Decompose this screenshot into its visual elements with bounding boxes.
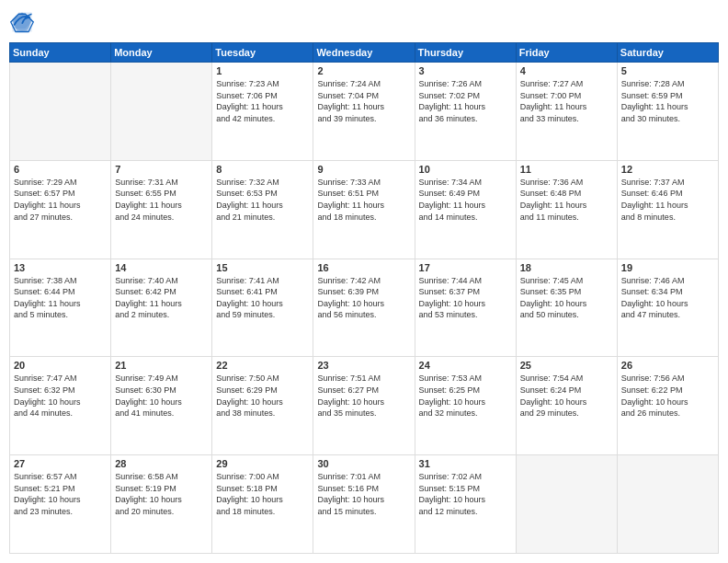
day-cell: 10Sunrise: 7:34 AM Sunset: 6:49 PM Dayli… xyxy=(415,160,516,259)
day-info: Sunrise: 7:42 AM Sunset: 6:39 PM Dayligh… xyxy=(317,275,410,321)
day-number: 20 xyxy=(14,360,107,371)
day-cell: 5Sunrise: 7:28 AM Sunset: 6:59 PM Daylig… xyxy=(617,63,718,161)
day-number: 17 xyxy=(419,262,512,273)
day-info: Sunrise: 7:38 AM Sunset: 6:44 PM Dayligh… xyxy=(14,275,107,321)
day-number: 12 xyxy=(621,164,714,175)
day-cell: 8Sunrise: 7:32 AM Sunset: 6:53 PM Daylig… xyxy=(212,160,313,259)
day-cell: 20Sunrise: 7:47 AM Sunset: 6:32 PM Dayli… xyxy=(10,357,111,455)
day-info: Sunrise: 7:56 AM Sunset: 6:22 PM Dayligh… xyxy=(621,373,714,419)
day-cell: 6Sunrise: 7:29 AM Sunset: 6:57 PM Daylig… xyxy=(10,160,111,259)
day-info: Sunrise: 7:29 AM Sunset: 6:57 PM Dayligh… xyxy=(14,177,107,223)
day-number: 31 xyxy=(419,458,512,469)
day-number: 22 xyxy=(216,360,309,371)
day-info: Sunrise: 7:27 AM Sunset: 7:00 PM Dayligh… xyxy=(520,78,613,124)
day-number: 21 xyxy=(115,360,208,371)
day-info: Sunrise: 6:57 AM Sunset: 5:21 PM Dayligh… xyxy=(14,471,107,517)
day-cell: 11Sunrise: 7:36 AM Sunset: 6:48 PM Dayli… xyxy=(516,160,617,259)
day-cell: 12Sunrise: 7:37 AM Sunset: 6:46 PM Dayli… xyxy=(617,160,718,259)
day-cell: 14Sunrise: 7:40 AM Sunset: 6:42 PM Dayli… xyxy=(111,259,212,357)
day-number: 4 xyxy=(520,65,613,76)
day-cell xyxy=(10,63,111,161)
day-number: 24 xyxy=(419,360,512,371)
day-number: 25 xyxy=(520,360,613,371)
day-cell: 21Sunrise: 7:49 AM Sunset: 6:30 PM Dayli… xyxy=(111,357,212,455)
day-info: Sunrise: 7:26 AM Sunset: 7:02 PM Dayligh… xyxy=(419,78,512,124)
day-cell: 3Sunrise: 7:26 AM Sunset: 7:02 PM Daylig… xyxy=(415,63,516,161)
day-info: Sunrise: 7:50 AM Sunset: 6:29 PM Dayligh… xyxy=(216,373,309,419)
week-row-1: 1Sunrise: 7:23 AM Sunset: 7:06 PM Daylig… xyxy=(10,63,719,161)
day-cell: 23Sunrise: 7:51 AM Sunset: 6:27 PM Dayli… xyxy=(313,357,415,455)
day-cell: 4Sunrise: 7:27 AM Sunset: 7:00 PM Daylig… xyxy=(516,63,617,161)
day-cell: 1Sunrise: 7:23 AM Sunset: 7:06 PM Daylig… xyxy=(212,63,313,161)
day-header-monday: Monday xyxy=(111,43,212,63)
day-header-thursday: Thursday xyxy=(415,43,516,63)
day-info: Sunrise: 7:37 AM Sunset: 6:46 PM Dayligh… xyxy=(621,177,714,223)
day-cell: 7Sunrise: 7:31 AM Sunset: 6:55 PM Daylig… xyxy=(111,160,212,259)
day-info: Sunrise: 7:00 AM Sunset: 5:18 PM Dayligh… xyxy=(216,471,309,517)
day-info: Sunrise: 7:01 AM Sunset: 5:16 PM Dayligh… xyxy=(317,471,410,517)
day-cell: 19Sunrise: 7:46 AM Sunset: 6:34 PM Dayli… xyxy=(617,259,718,357)
day-number: 11 xyxy=(520,164,613,175)
day-number: 2 xyxy=(317,65,410,76)
day-info: Sunrise: 7:28 AM Sunset: 6:59 PM Dayligh… xyxy=(621,78,714,124)
day-number: 28 xyxy=(115,458,208,469)
day-number: 30 xyxy=(317,458,410,469)
day-info: Sunrise: 7:32 AM Sunset: 6:53 PM Dayligh… xyxy=(216,177,309,223)
day-number: 13 xyxy=(14,262,107,273)
day-number: 26 xyxy=(621,360,714,371)
day-header-wednesday: Wednesday xyxy=(313,43,415,63)
day-number: 9 xyxy=(317,164,410,175)
day-cell: 27Sunrise: 6:57 AM Sunset: 5:21 PM Dayli… xyxy=(10,455,111,554)
day-info: Sunrise: 7:45 AM Sunset: 6:35 PM Dayligh… xyxy=(520,275,613,321)
day-cell: 16Sunrise: 7:42 AM Sunset: 6:39 PM Dayli… xyxy=(313,259,415,357)
day-number: 19 xyxy=(621,262,714,273)
page: SundayMondayTuesdayWednesdayThursdayFrid… xyxy=(0,0,728,563)
day-cell: 15Sunrise: 7:41 AM Sunset: 6:41 PM Dayli… xyxy=(212,259,313,357)
day-info: Sunrise: 7:41 AM Sunset: 6:41 PM Dayligh… xyxy=(216,275,309,321)
day-info: Sunrise: 7:02 AM Sunset: 5:15 PM Dayligh… xyxy=(419,471,512,517)
day-info: Sunrise: 7:40 AM Sunset: 6:42 PM Dayligh… xyxy=(115,275,208,321)
day-info: Sunrise: 7:49 AM Sunset: 6:30 PM Dayligh… xyxy=(115,373,208,419)
logo xyxy=(9,9,39,35)
day-info: Sunrise: 7:54 AM Sunset: 6:24 PM Dayligh… xyxy=(520,373,613,419)
day-cell xyxy=(617,455,718,554)
day-header-friday: Friday xyxy=(516,43,617,63)
day-number: 15 xyxy=(216,262,309,273)
day-number: 3 xyxy=(419,65,512,76)
day-number: 8 xyxy=(216,164,309,175)
week-row-5: 27Sunrise: 6:57 AM Sunset: 5:21 PM Dayli… xyxy=(10,455,719,554)
day-info: Sunrise: 7:34 AM Sunset: 6:49 PM Dayligh… xyxy=(419,177,512,223)
day-cell: 30Sunrise: 7:01 AM Sunset: 5:16 PM Dayli… xyxy=(313,455,415,554)
day-cell: 22Sunrise: 7:50 AM Sunset: 6:29 PM Dayli… xyxy=(212,357,313,455)
day-cell: 25Sunrise: 7:54 AM Sunset: 6:24 PM Dayli… xyxy=(516,357,617,455)
day-header-saturday: Saturday xyxy=(617,43,718,63)
day-cell: 13Sunrise: 7:38 AM Sunset: 6:44 PM Dayli… xyxy=(10,259,111,357)
day-cell xyxy=(111,63,212,161)
day-info: Sunrise: 7:31 AM Sunset: 6:55 PM Dayligh… xyxy=(115,177,208,223)
day-info: Sunrise: 7:47 AM Sunset: 6:32 PM Dayligh… xyxy=(14,373,107,419)
week-row-4: 20Sunrise: 7:47 AM Sunset: 6:32 PM Dayli… xyxy=(10,357,719,455)
day-number: 23 xyxy=(317,360,410,371)
day-info: Sunrise: 7:46 AM Sunset: 6:34 PM Dayligh… xyxy=(621,275,714,321)
day-cell: 2Sunrise: 7:24 AM Sunset: 7:04 PM Daylig… xyxy=(313,63,415,161)
day-info: Sunrise: 6:58 AM Sunset: 5:19 PM Dayligh… xyxy=(115,471,208,517)
day-cell: 24Sunrise: 7:53 AM Sunset: 6:25 PM Dayli… xyxy=(415,357,516,455)
day-cell: 28Sunrise: 6:58 AM Sunset: 5:19 PM Dayli… xyxy=(111,455,212,554)
day-info: Sunrise: 7:23 AM Sunset: 7:06 PM Dayligh… xyxy=(216,78,309,124)
day-info: Sunrise: 7:36 AM Sunset: 6:48 PM Dayligh… xyxy=(520,177,613,223)
header-row: SundayMondayTuesdayWednesdayThursdayFrid… xyxy=(10,43,719,63)
day-number: 6 xyxy=(14,164,107,175)
day-info: Sunrise: 7:44 AM Sunset: 6:37 PM Dayligh… xyxy=(419,275,512,321)
day-cell: 18Sunrise: 7:45 AM Sunset: 6:35 PM Dayli… xyxy=(516,259,617,357)
day-cell: 17Sunrise: 7:44 AM Sunset: 6:37 PM Dayli… xyxy=(415,259,516,357)
day-number: 14 xyxy=(115,262,208,273)
day-number: 7 xyxy=(115,164,208,175)
week-row-3: 13Sunrise: 7:38 AM Sunset: 6:44 PM Dayli… xyxy=(10,259,719,357)
day-cell: 9Sunrise: 7:33 AM Sunset: 6:51 PM Daylig… xyxy=(313,160,415,259)
day-number: 29 xyxy=(216,458,309,469)
day-number: 27 xyxy=(14,458,107,469)
day-info: Sunrise: 7:33 AM Sunset: 6:51 PM Dayligh… xyxy=(317,177,410,223)
day-header-tuesday: Tuesday xyxy=(212,43,313,63)
day-header-sunday: Sunday xyxy=(10,43,111,63)
day-info: Sunrise: 7:51 AM Sunset: 6:27 PM Dayligh… xyxy=(317,373,410,419)
